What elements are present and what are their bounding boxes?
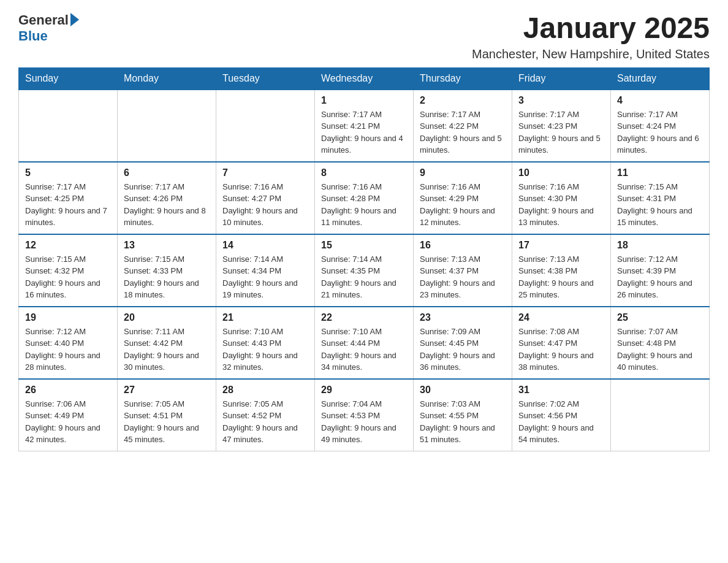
calendar-cell — [19, 90, 118, 162]
calendar-cell: 28Sunrise: 7:05 AMSunset: 4:52 PMDayligh… — [216, 379, 315, 451]
day-info: Sunrise: 7:04 AMSunset: 4:53 PMDaylight:… — [321, 398, 407, 446]
day-number: 26 — [25, 385, 111, 396]
day-of-week-header: Monday — [118, 67, 216, 90]
day-info: Sunrise: 7:17 AMSunset: 4:23 PMDaylight:… — [518, 109, 604, 156]
day-info: Sunrise: 7:13 AMSunset: 4:37 PMDaylight:… — [420, 253, 506, 301]
day-number: 28 — [222, 385, 308, 396]
calendar-cell: 13Sunrise: 7:15 AMSunset: 4:33 PMDayligh… — [118, 234, 216, 307]
calendar-cell: 21Sunrise: 7:10 AMSunset: 4:43 PMDayligh… — [216, 307, 315, 379]
day-number: 7 — [222, 167, 308, 178]
day-info: Sunrise: 7:08 AMSunset: 4:47 PMDaylight:… — [518, 326, 604, 373]
calendar-cell: 29Sunrise: 7:04 AMSunset: 4:53 PMDayligh… — [315, 379, 414, 451]
day-info: Sunrise: 7:13 AMSunset: 4:38 PMDaylight:… — [518, 253, 604, 301]
calendar-cell: 19Sunrise: 7:12 AMSunset: 4:40 PMDayligh… — [19, 307, 118, 379]
calendar-cell — [216, 90, 315, 162]
title-area: January 2025 Manchester, New Hampshire, … — [472, 12, 710, 61]
day-info: Sunrise: 7:10 AMSunset: 4:43 PMDaylight:… — [222, 326, 308, 373]
day-info: Sunrise: 7:09 AMSunset: 4:45 PMDaylight:… — [420, 326, 506, 373]
day-number: 20 — [124, 312, 210, 323]
day-of-week-header: Tuesday — [216, 67, 315, 90]
calendar-cell: 14Sunrise: 7:14 AMSunset: 4:34 PMDayligh… — [216, 234, 315, 307]
day-number: 18 — [617, 240, 703, 251]
logo: General Blue — [18, 12, 79, 44]
day-info: Sunrise: 7:06 AMSunset: 4:49 PMDaylight:… — [25, 398, 111, 446]
day-number: 17 — [518, 240, 604, 251]
calendar-cell: 1Sunrise: 7:17 AMSunset: 4:21 PMDaylight… — [315, 90, 414, 162]
day-number: 31 — [518, 385, 604, 396]
calendar-cell: 3Sunrise: 7:17 AMSunset: 4:23 PMDaylight… — [512, 90, 611, 162]
calendar-cell: 8Sunrise: 7:16 AMSunset: 4:28 PMDaylight… — [315, 162, 414, 234]
day-number: 9 — [420, 167, 506, 178]
day-of-week-header: Wednesday — [315, 67, 414, 90]
day-info: Sunrise: 7:17 AMSunset: 4:22 PMDaylight:… — [420, 109, 506, 156]
day-number: 25 — [617, 312, 703, 323]
logo-blue-text: Blue — [18, 28, 48, 44]
day-number: 2 — [420, 95, 506, 106]
calendar-cell: 12Sunrise: 7:15 AMSunset: 4:32 PMDayligh… — [19, 234, 118, 307]
calendar-cell: 16Sunrise: 7:13 AMSunset: 4:37 PMDayligh… — [414, 234, 512, 307]
page-header: General Blue January 2025 Manchester, Ne… — [18, 12, 710, 61]
day-info: Sunrise: 7:14 AMSunset: 4:35 PMDaylight:… — [321, 253, 407, 301]
calendar-cell: 26Sunrise: 7:06 AMSunset: 4:49 PMDayligh… — [19, 379, 118, 451]
day-number: 12 — [25, 240, 111, 251]
day-info: Sunrise: 7:12 AMSunset: 4:39 PMDaylight:… — [617, 253, 703, 301]
calendar-week-row: 26Sunrise: 7:06 AMSunset: 4:49 PMDayligh… — [19, 379, 710, 451]
day-number: 10 — [518, 167, 604, 178]
day-info: Sunrise: 7:11 AMSunset: 4:42 PMDaylight:… — [124, 326, 210, 373]
calendar-cell: 30Sunrise: 7:03 AMSunset: 4:55 PMDayligh… — [414, 379, 512, 451]
day-info: Sunrise: 7:10 AMSunset: 4:44 PMDaylight:… — [321, 326, 407, 373]
day-info: Sunrise: 7:02 AMSunset: 4:56 PMDaylight:… — [518, 398, 604, 446]
location-title: Manchester, New Hampshire, United States — [472, 47, 710, 61]
logo-arrow-icon — [70, 13, 79, 26]
day-number: 30 — [420, 385, 506, 396]
day-info: Sunrise: 7:05 AMSunset: 4:52 PMDaylight:… — [222, 398, 308, 446]
day-number: 13 — [124, 240, 210, 251]
day-info: Sunrise: 7:15 AMSunset: 4:33 PMDaylight:… — [124, 253, 210, 301]
calendar-cell: 18Sunrise: 7:12 AMSunset: 4:39 PMDayligh… — [611, 234, 710, 307]
day-number: 16 — [420, 240, 506, 251]
day-number: 21 — [222, 312, 308, 323]
day-number: 27 — [124, 385, 210, 396]
month-title: January 2025 — [472, 12, 710, 45]
day-number: 4 — [617, 95, 703, 106]
calendar-cell: 24Sunrise: 7:08 AMSunset: 4:47 PMDayligh… — [512, 307, 611, 379]
day-info: Sunrise: 7:16 AMSunset: 4:27 PMDaylight:… — [222, 181, 308, 229]
day-info: Sunrise: 7:16 AMSunset: 4:30 PMDaylight:… — [518, 181, 604, 229]
calendar-cell: 23Sunrise: 7:09 AMSunset: 4:45 PMDayligh… — [414, 307, 512, 379]
day-info: Sunrise: 7:17 AMSunset: 4:25 PMDaylight:… — [25, 181, 111, 229]
calendar-cell: 17Sunrise: 7:13 AMSunset: 4:38 PMDayligh… — [512, 234, 611, 307]
calendar-cell: 25Sunrise: 7:07 AMSunset: 4:48 PMDayligh… — [611, 307, 710, 379]
day-info: Sunrise: 7:17 AMSunset: 4:26 PMDaylight:… — [124, 181, 210, 229]
calendar-cell: 20Sunrise: 7:11 AMSunset: 4:42 PMDayligh… — [118, 307, 216, 379]
calendar-cell: 22Sunrise: 7:10 AMSunset: 4:44 PMDayligh… — [315, 307, 414, 379]
day-number: 19 — [25, 312, 111, 323]
day-info: Sunrise: 7:15 AMSunset: 4:32 PMDaylight:… — [25, 253, 111, 301]
calendar-week-row: 19Sunrise: 7:12 AMSunset: 4:40 PMDayligh… — [19, 307, 710, 379]
day-number: 11 — [617, 167, 703, 178]
calendar-cell: 15Sunrise: 7:14 AMSunset: 4:35 PMDayligh… — [315, 234, 414, 307]
day-number: 6 — [124, 167, 210, 178]
day-of-week-header: Friday — [512, 67, 611, 90]
calendar-cell: 27Sunrise: 7:05 AMSunset: 4:51 PMDayligh… — [118, 379, 216, 451]
calendar-cell: 2Sunrise: 7:17 AMSunset: 4:22 PMDaylight… — [414, 90, 512, 162]
day-info: Sunrise: 7:05 AMSunset: 4:51 PMDaylight:… — [124, 398, 210, 446]
calendar-cell: 11Sunrise: 7:15 AMSunset: 4:31 PMDayligh… — [611, 162, 710, 234]
day-of-week-header: Sunday — [19, 67, 118, 90]
day-number: 29 — [321, 385, 407, 396]
logo-general-text: General — [18, 12, 69, 28]
day-info: Sunrise: 7:12 AMSunset: 4:40 PMDaylight:… — [25, 326, 111, 373]
calendar-week-row: 1Sunrise: 7:17 AMSunset: 4:21 PMDaylight… — [19, 90, 710, 162]
day-info: Sunrise: 7:07 AMSunset: 4:48 PMDaylight:… — [617, 326, 703, 373]
day-of-week-header: Thursday — [414, 67, 512, 90]
calendar-cell — [611, 379, 710, 451]
day-info: Sunrise: 7:17 AMSunset: 4:21 PMDaylight:… — [321, 109, 407, 156]
day-info: Sunrise: 7:14 AMSunset: 4:34 PMDaylight:… — [222, 253, 308, 301]
calendar-cell: 4Sunrise: 7:17 AMSunset: 4:24 PMDaylight… — [611, 90, 710, 162]
day-number: 5 — [25, 167, 111, 178]
day-number: 22 — [321, 312, 407, 323]
day-number: 3 — [518, 95, 604, 106]
calendar-cell: 7Sunrise: 7:16 AMSunset: 4:27 PMDaylight… — [216, 162, 315, 234]
day-number: 24 — [518, 312, 604, 323]
calendar-cell: 31Sunrise: 7:02 AMSunset: 4:56 PMDayligh… — [512, 379, 611, 451]
calendar-cell: 5Sunrise: 7:17 AMSunset: 4:25 PMDaylight… — [19, 162, 118, 234]
